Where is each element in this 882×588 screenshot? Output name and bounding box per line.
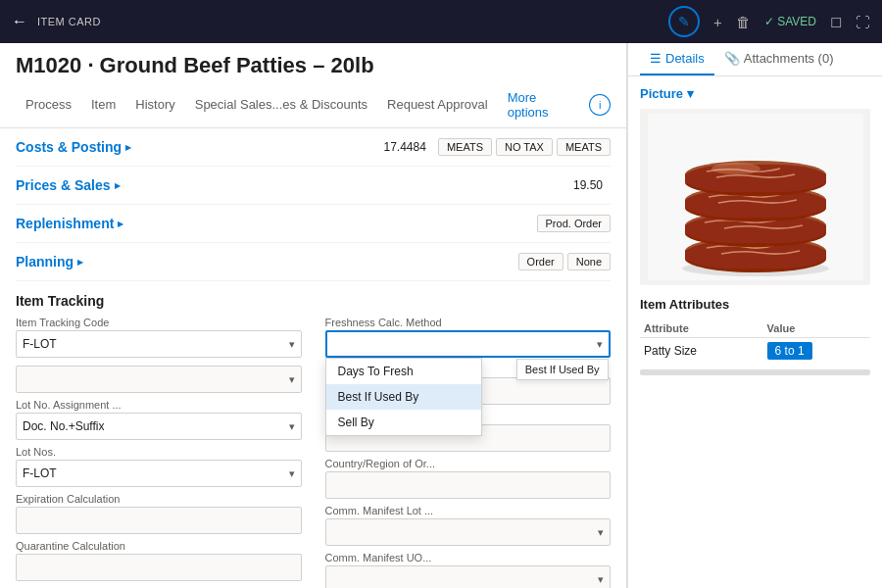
replenishment-section[interactable]: Replenishment ▸ Prod. Order: [16, 205, 611, 243]
right-panel: ☰ Details 📎 Attachments (0) Picture ▾: [627, 43, 882, 588]
picture-chevron-icon: ▾: [687, 86, 694, 101]
costs-posting-title: Costs & Posting ▸: [16, 139, 131, 155]
item-tracking-code-input[interactable]: F-LOT: [16, 330, 302, 358]
prices-sales-title: Prices & Sales ▸: [16, 177, 121, 193]
item-tracking-code-label: Item Tracking Code: [16, 317, 302, 328]
comm-manifest-uo-field: Comm. Manifest UO...: [325, 552, 612, 588]
dropdown-days-to-fresh[interactable]: Days To Fresh: [326, 359, 481, 384]
tab-special-sales[interactable]: Special Sales...es & Discounts: [185, 89, 377, 122]
attachments-icon: 📎: [724, 51, 740, 66]
no-tax-tag: NO TAX: [496, 138, 553, 156]
tab-attachments[interactable]: 📎 Attachments (0): [714, 43, 844, 75]
expiration-calc-input[interactable]: [16, 507, 302, 534]
right-content: Picture ▾: [628, 76, 882, 588]
comm-manifest-uo-input[interactable]: [325, 565, 612, 588]
prod-order-tag: Prod. Order: [537, 215, 611, 232]
freshness-dropdown[interactable]: Days To Fresh Best If Used By Best If Us…: [325, 358, 482, 436]
dropdown-sell-by[interactable]: Sell By: [326, 410, 481, 435]
quarantine-calc-input[interactable]: [16, 554, 302, 581]
planning-tags: Order None: [518, 253, 611, 270]
lot-nos-label: Lot Nos.: [16, 446, 302, 458]
attributes-table: Attribute Value Patty Size 6 to 1: [640, 319, 870, 364]
country-region-label: Country/Region of Or...: [325, 458, 612, 469]
order-tag: Order: [518, 253, 564, 270]
attribute-row: Patty Size 6 to 1: [640, 338, 870, 365]
comm-manifest-lot-field: Comm. Manifest Lot ...: [325, 505, 612, 546]
more-options-tab[interactable]: More options: [498, 82, 590, 127]
top-bar-actions: ✎ + 🗑 ✓ SAVED ◻ ⛶: [668, 6, 870, 37]
costs-posting-section[interactable]: Costs & Posting ▸ 17.4484 MEATS NO TAX M…: [16, 128, 611, 167]
attribute-bar: [640, 369, 870, 375]
replenishment-tags: Prod. Order: [537, 215, 611, 232]
tab-process[interactable]: Process: [16, 89, 81, 122]
attributes-section: Item Attributes Attribute Value Patty Si…: [640, 297, 870, 375]
page-label: ITEM CARD: [37, 16, 101, 27]
comm-manifest-uo-label: Comm. Manifest UO...: [325, 552, 612, 564]
page-title: M1020 · Ground Beef Patties – 20lb: [0, 43, 626, 82]
tab-details[interactable]: ☰ Details: [640, 43, 714, 75]
meats-tag-2: MEATS: [557, 138, 611, 156]
lot-assignment-label: Lot No. Assignment ...: [16, 399, 302, 411]
freshness-calc-input[interactable]: [325, 330, 612, 358]
tab-request-approval[interactable]: Request Approval: [377, 89, 498, 122]
top-bar: ← ITEM CARD ✎ + 🗑 ✓ SAVED ◻ ⛶: [0, 0, 882, 43]
dropdown-best-if-used-by[interactable]: Best If Used By Best If Used By: [326, 384, 481, 410]
tab-item[interactable]: Item: [81, 89, 125, 122]
expiration-calc-field: Expiration Calculation: [16, 493, 302, 534]
costs-tags: 17.4484 MEATS NO TAX MEATS: [376, 138, 611, 156]
lot-assignment-field: Lot No. Assignment ... Doc. No.+Suffix: [16, 399, 302, 440]
tab-history[interactable]: History: [125, 89, 184, 122]
edit-button[interactable]: ✎: [668, 6, 700, 37]
meats-tag-1: MEATS: [438, 138, 492, 156]
beef-svg: [648, 114, 863, 280]
attribute-value-badge: 6 to 1: [767, 342, 812, 360]
cost-value: 17.4484: [376, 138, 434, 156]
info-button[interactable]: i: [589, 94, 611, 116]
planning-section[interactable]: Planning ▸ Order None: [16, 243, 611, 281]
freshness-calc-field: Freshness Calc. Method Days To Fresh Bes…: [325, 317, 612, 358]
picture-image: [640, 109, 870, 285]
picture-title[interactable]: Picture ▾: [640, 86, 870, 101]
right-tabs: ☰ Details 📎 Attachments (0): [628, 43, 882, 76]
value-col-header: Value: [763, 319, 870, 338]
comm-manifest-lot-input[interactable]: [325, 518, 612, 546]
picture-section: Picture ▾: [640, 86, 870, 285]
main-layout: M1020 · Ground Beef Patties – 20lb Proce…: [0, 43, 882, 588]
price-value: 19.50: [565, 176, 611, 194]
lot-nos-input[interactable]: F-LOT: [16, 460, 302, 487]
prices-sales-section[interactable]: Prices & Sales ▸ 19.50: [16, 167, 611, 205]
item-tracking-heading: Item Tracking: [16, 281, 611, 317]
attribute-name: Patty Size: [640, 338, 763, 365]
replenishment-title: Replenishment ▸: [16, 216, 123, 231]
empty-input-1[interactable]: [16, 366, 302, 393]
replenishment-chevron-icon: ▸: [118, 218, 123, 230]
nav-tabs: Process Item History Special Sales...es …: [0, 82, 626, 128]
back-button[interactable]: ←: [12, 13, 27, 30]
tooltip-best-if-used-by: Best If Used By: [516, 359, 609, 380]
prices-tags: 19.50: [565, 176, 611, 194]
window-expand-icon[interactable]: ⛶: [856, 14, 870, 30]
add-icon[interactable]: +: [713, 14, 722, 30]
tracking-grid: Item Tracking Code F-LOT Lot No. Assignm…: [16, 317, 611, 588]
country-region-input[interactable]: [325, 471, 612, 499]
lot-nos-field: Lot Nos. F-LOT: [16, 446, 302, 487]
quarantine-calc-label: Quarantine Calculation: [16, 540, 302, 552]
attribute-value: 6 to 1: [763, 338, 870, 365]
attribute-col-header: Attribute: [640, 319, 763, 338]
none-tag: None: [567, 253, 611, 270]
window-restore-icon[interactable]: ◻: [830, 13, 842, 30]
svg-point-10: [711, 163, 760, 174]
country-region-field: Country/Region of Or...: [325, 458, 612, 499]
empty-field-1: [16, 364, 302, 393]
prices-chevron-icon: ▸: [115, 179, 121, 192]
left-tracking-fields: Item Tracking Code F-LOT Lot No. Assignm…: [16, 317, 302, 588]
left-panel: M1020 · Ground Beef Patties – 20lb Proce…: [0, 43, 627, 588]
item-tracking-code-field: Item Tracking Code F-LOT: [16, 317, 302, 358]
delete-icon[interactable]: 🗑: [736, 14, 751, 30]
details-icon: ☰: [650, 51, 662, 66]
lot-assignment-input[interactable]: Doc. No.+Suffix: [16, 413, 302, 440]
comm-manifest-lot-label: Comm. Manifest Lot ...: [325, 505, 612, 516]
planning-title: Planning ▸: [16, 254, 83, 270]
freshness-calc-label: Freshness Calc. Method: [325, 317, 612, 328]
costs-chevron-icon: ▸: [125, 141, 131, 154]
